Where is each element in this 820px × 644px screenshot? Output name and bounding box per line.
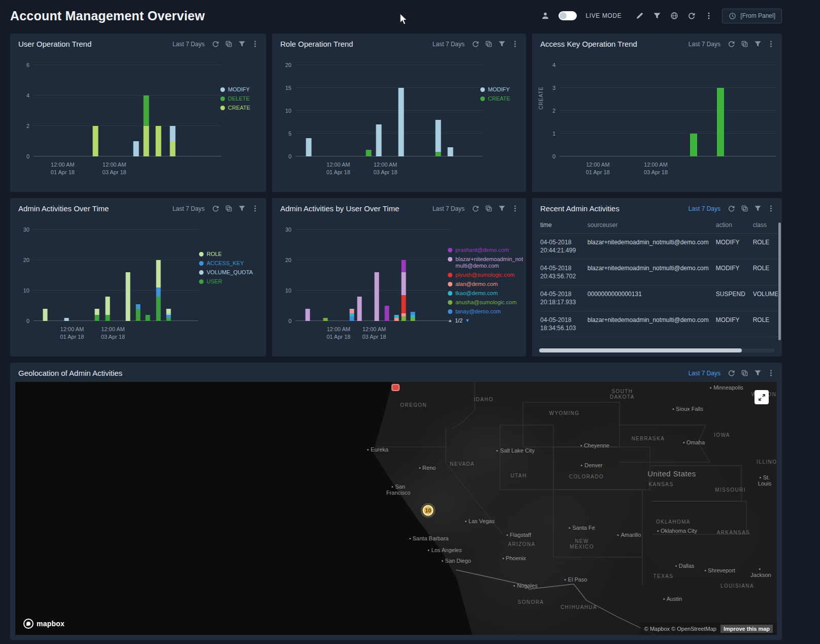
plot-area: 024612:00 AM01 Apr 1812:00 AM03 Apr 18: [34, 65, 221, 156]
kebab-menu-icon[interactable]: [767, 369, 775, 377]
legend-label: USER: [207, 278, 222, 285]
globe-icon[interactable]: [670, 12, 678, 20]
filter-icon[interactable]: [238, 205, 246, 212]
time-range-label[interactable]: Last 7 Days: [433, 205, 465, 212]
legend-item: tkao@demo.com: [448, 290, 524, 297]
map-label: Omaha: [683, 439, 705, 445]
filter-icon[interactable]: [653, 12, 661, 20]
table-row[interactable]: 04-05-201818:34:33.488blazar+nitedemoadm…: [540, 337, 778, 344]
activities-table: timesourceuseractionclass 04-05-201820:4…: [540, 220, 778, 343]
fullscreen-button[interactable]: [755, 390, 769, 404]
column-header-action[interactable]: action: [716, 220, 753, 234]
map-label: ARIZONA: [508, 541, 535, 547]
map-label: TEXAS: [653, 573, 674, 578]
column-header-sourceuser[interactable]: sourceuser: [587, 220, 716, 234]
time-range-label[interactable]: Last 7 Days: [688, 370, 720, 377]
kebab-menu-icon[interactable]: [767, 205, 775, 212]
legend-label: alan@demo.com: [455, 281, 498, 287]
column-header-time[interactable]: time: [540, 220, 587, 234]
from-panel-select[interactable]: [From Panel]: [722, 9, 782, 23]
map-label: Shreveport: [704, 567, 735, 573]
kebab-menu-icon[interactable]: [511, 40, 519, 48]
column-header-class[interactable]: class: [753, 220, 778, 234]
bar-segment: [448, 147, 453, 156]
map-label: Los Angeles: [428, 547, 462, 553]
refresh-icon[interactable]: [728, 205, 735, 212]
refresh-icon[interactable]: [212, 205, 219, 212]
mapbox-logo[interactable]: mapbox: [23, 619, 64, 629]
copy-icon[interactable]: [741, 369, 748, 377]
attribution-text[interactable]: © Mapbox © OpenStreetMap: [644, 626, 716, 632]
bar: [64, 230, 69, 321]
bar-segment: [349, 316, 354, 321]
legend-label: ACCESS_KEY: [207, 260, 244, 267]
map-canvas[interactable]: OREGONIDAHOSOUTH DAKOTAMinneapolisWISCON…: [15, 382, 777, 635]
filter-icon[interactable]: [754, 40, 762, 48]
cell-class: VOLUME_QUOTA: [753, 285, 778, 311]
improve-map-link[interactable]: Improve this map: [720, 625, 773, 633]
kebab-menu-icon[interactable]: [767, 40, 775, 48]
map-label: OREGON: [400, 402, 427, 407]
legend-page-down-icon[interactable]: ▼: [465, 318, 470, 323]
legend-label: VOLUME_QUOTA: [207, 269, 253, 276]
copy-icon[interactable]: [741, 205, 748, 212]
legend-dot: [448, 300, 452, 305]
pencil-icon[interactable]: [636, 12, 644, 20]
legend-label: MODIFY: [488, 86, 510, 93]
kebab-menu-icon[interactable]: [251, 205, 259, 212]
kebab-menu-icon[interactable]: [705, 12, 713, 20]
legend-label: blazar+nitedemoadmin_notmulti@demo.com: [455, 256, 524, 269]
time-range-label[interactable]: Last 7 Days: [173, 41, 205, 48]
filter-icon[interactable]: [498, 40, 506, 48]
gridline: [34, 125, 221, 126]
time-range-label[interactable]: Last 7 Days: [688, 205, 720, 212]
bar-segment: [94, 315, 99, 321]
copy-icon[interactable]: [225, 205, 233, 212]
copy-icon[interactable]: [485, 40, 493, 48]
legend-item: USER: [199, 278, 260, 285]
filter-icon[interactable]: [238, 40, 246, 48]
filter-icon[interactable]: [498, 205, 506, 212]
bar: [136, 230, 140, 321]
legend-item: prashant@demo.com: [448, 247, 524, 253]
legend-page-up-icon[interactable]: ▲: [448, 318, 452, 323]
kebab-menu-icon[interactable]: [511, 205, 519, 212]
table-row[interactable]: 04-05-201820:43:56.702blazar+nitedemoadm…: [540, 260, 778, 285]
horizontal-scrollbar-thumb[interactable]: [539, 348, 742, 352]
refresh-icon[interactable]: [472, 40, 479, 48]
map-label: IOWA: [714, 432, 730, 437]
time-range-label[interactable]: Last 7 Days: [173, 205, 205, 212]
filter-icon[interactable]: [754, 369, 762, 377]
table-row[interactable]: 04-05-201820:18:17.9330000000000000131SU…: [540, 285, 778, 311]
gridline: [296, 65, 482, 65]
vertical-scrollbar[interactable]: [778, 222, 781, 340]
refresh-icon[interactable]: [728, 40, 735, 48]
gridline: [34, 260, 198, 260]
horizontal-scrollbar-track[interactable]: [539, 348, 775, 352]
legend-item: piyush@sumologic.com: [448, 272, 524, 278]
filter-icon[interactable]: [754, 205, 762, 212]
copy-icon[interactable]: [741, 40, 748, 48]
bar: [349, 230, 354, 321]
time-range-label[interactable]: Last 7 Days: [688, 41, 720, 48]
cell-sourceuser: 0000000000000131: [587, 285, 716, 311]
gridline: [296, 156, 482, 156]
table-row[interactable]: 04-05-201818:34:56.103blazar+nitedemoadm…: [540, 311, 778, 337]
bar: [126, 230, 130, 321]
map-marker-red[interactable]: [391, 384, 400, 391]
refresh-icon[interactable]: [728, 369, 735, 377]
copy-icon[interactable]: [485, 205, 493, 212]
kebab-menu-icon[interactable]: [251, 40, 259, 48]
copy-icon[interactable]: [225, 40, 233, 48]
live-mode-toggle[interactable]: [559, 11, 577, 20]
refresh-icon[interactable]: [687, 12, 696, 20]
gridline: [560, 133, 776, 134]
table-row[interactable]: 04-05-201820:44:21.499blazar+nitedemoadm…: [540, 234, 778, 260]
map-cluster-marker[interactable]: 10: [423, 505, 434, 516]
gridline: [296, 110, 482, 111]
refresh-icon[interactable]: [212, 40, 219, 48]
time-range-label[interactable]: Last 7 Days: [433, 41, 465, 48]
map-label: Nogales: [513, 583, 537, 589]
legend-dot: [480, 96, 485, 101]
refresh-icon[interactable]: [472, 205, 479, 212]
